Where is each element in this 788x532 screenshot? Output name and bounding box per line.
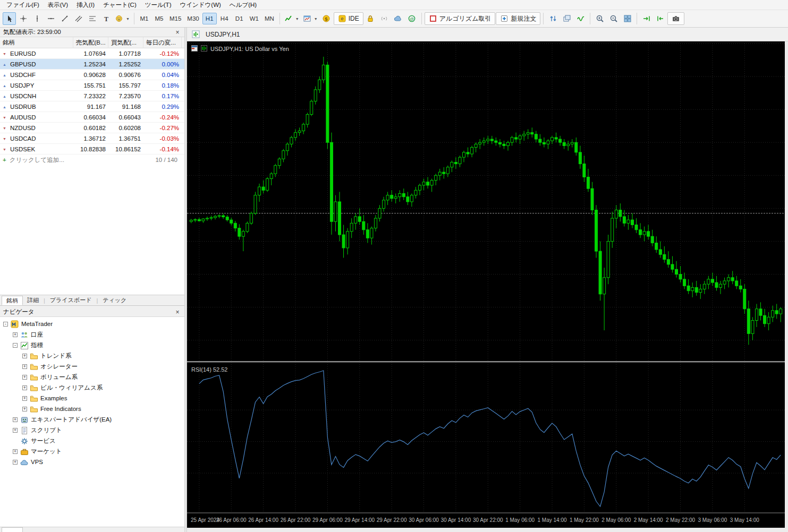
- menu-item[interactable]: 挿入(I): [72, 0, 99, 10]
- chart-windows-button[interactable]: ▼: [301, 12, 319, 25]
- price-chart[interactable]: 25 Apr 202426 Apr 06:0026 Apr 14:0026 Ap…: [187, 41, 785, 528]
- zoom-out-button[interactable]: [607, 12, 620, 25]
- navigator-tree-item[interactable]: +ビル・ウィリアムス系: [0, 382, 184, 393]
- expand-icon[interactable]: +: [22, 385, 27, 390]
- navigator-tree-item[interactable]: +口座: [0, 329, 184, 340]
- depth-of-market-button[interactable]: [546, 12, 560, 25]
- text-tool-button[interactable]: T: [99, 12, 113, 25]
- vertical-line-button[interactable]: [30, 12, 44, 25]
- menu-item[interactable]: 表示(V): [44, 0, 72, 10]
- navigator-tree-item[interactable]: +Examples: [0, 393, 184, 404]
- navigator-tree-item[interactable]: +スクリプト: [0, 425, 184, 435]
- market-watch-row[interactable]: ▼EURUSD1.076941.07718-0.12%: [0, 48, 184, 59]
- add-symbol-row[interactable]: + クリックして追加... 10 / 140: [0, 155, 184, 165]
- timeframe-w1[interactable]: W1: [247, 13, 261, 24]
- market-watch-tab[interactable]: 詳細: [23, 296, 43, 305]
- expand-icon[interactable]: +: [22, 396, 27, 401]
- column-header[interactable]: 毎日の変...: [143, 37, 182, 48]
- timeframe-m1[interactable]: M1: [137, 13, 151, 24]
- navigator-tree-item[interactable]: +Free Indicators: [0, 404, 184, 414]
- market-watch-tab[interactable]: ティック: [98, 296, 131, 305]
- signals-button[interactable]: [378, 12, 391, 25]
- chevron-down-icon[interactable]: ▼: [126, 17, 130, 21]
- timeframe-h4[interactable]: H4: [217, 13, 232, 24]
- market-watch-row[interactable]: ▼NZDUSD0.601820.60208-0.27%: [0, 123, 184, 133]
- market-watch-row[interactable]: ▲USDRUB91.16791.1680.29%: [0, 101, 184, 112]
- chart-shift-button[interactable]: [640, 12, 653, 25]
- equidistant-channel-button[interactable]: [72, 12, 85, 25]
- expand-icon[interactable]: +: [13, 460, 18, 465]
- navigator-tree-item[interactable]: +エキスパートアドバイザ(EA): [0, 414, 184, 425]
- collapse-icon[interactable]: -: [13, 343, 18, 348]
- crosshair-button[interactable]: [16, 12, 30, 25]
- strategy-tester-button[interactable]: [574, 12, 587, 25]
- navigator-tree-item[interactable]: +ボリューム系: [0, 372, 184, 382]
- expand-icon[interactable]: +: [13, 332, 18, 337]
- market-watch-toggle-button[interactable]: $: [320, 12, 333, 25]
- market-watch-row[interactable]: ▲USDCHF0.906280.906760.04%: [0, 70, 184, 80]
- collapse-icon[interactable]: -: [3, 322, 8, 327]
- close-icon[interactable]: ×: [174, 29, 181, 36]
- menu-item[interactable]: チャート(C): [99, 0, 141, 10]
- market-watch-row[interactable]: ▲GBPUSD1.252341.252520.00%: [0, 59, 184, 70]
- expand-icon[interactable]: +: [13, 428, 18, 433]
- timeframe-mn[interactable]: MN: [262, 13, 277, 24]
- close-icon[interactable]: ×: [174, 308, 181, 316]
- navigator-tree-item[interactable]: +オシレーター: [0, 361, 184, 372]
- auto-scroll-button[interactable]: [654, 12, 667, 25]
- tile-windows-button[interactable]: [621, 12, 634, 25]
- menu-item[interactable]: ヘルプ(H): [225, 0, 261, 10]
- metaeditor-button[interactable]: eIDE: [334, 12, 363, 25]
- cursor-icon: [5, 14, 14, 23]
- dock-bottom-tab[interactable]: [2, 527, 23, 532]
- market-watch-row[interactable]: ▼USDSEK10.8283810.86152-0.14%: [0, 144, 184, 155]
- timeframe-m15[interactable]: M15: [167, 13, 184, 24]
- menu-item[interactable]: ファイル(F): [2, 0, 44, 10]
- navigator-tree-item[interactable]: サービス: [0, 435, 184, 446]
- expand-icon[interactable]: +: [22, 364, 27, 369]
- market-watch-row[interactable]: ▼USDCAD1.367121.36751-0.03%: [0, 133, 184, 144]
- screenshot-button[interactable]: [667, 12, 684, 25]
- windows-cascade-button[interactable]: [560, 12, 573, 25]
- navigator-tree-item[interactable]: +トレンド系: [0, 350, 184, 361]
- navigator-tree-item[interactable]: -指標: [0, 340, 184, 350]
- chevron-down-icon[interactable]: ▼: [314, 17, 318, 21]
- shapes-button[interactable]: ▼: [113, 12, 131, 25]
- market-watch-tab[interactable]: 銘柄: [2, 296, 23, 305]
- cursor-button[interactable]: [3, 12, 16, 25]
- expand-icon[interactable]: +: [22, 375, 27, 380]
- column-header[interactable]: 買気配(...: [108, 37, 143, 48]
- fibonacci-button[interactable]: [86, 12, 99, 25]
- timeframe-d1[interactable]: D1: [232, 13, 247, 24]
- trendline-button[interactable]: [58, 12, 71, 25]
- market-watch-row[interactable]: ▼AUDUSD0.660340.66043-0.24%: [0, 112, 184, 123]
- expand-icon[interactable]: +: [13, 449, 18, 454]
- algo-trading-button[interactable]: アルゴリズム取引: [425, 12, 496, 25]
- market-watch-row[interactable]: ▲USDJPY155.751155.7970.18%: [0, 80, 184, 91]
- navigator-tree-item[interactable]: +マーケット: [0, 446, 184, 457]
- indicators-button[interactable]: ▼: [283, 12, 301, 25]
- navigator-tree-item[interactable]: -MetaTrader: [0, 319, 184, 329]
- chart-tab-label[interactable]: USDJPY,H1: [206, 31, 240, 38]
- horizontal-line-button[interactable]: [44, 12, 57, 25]
- expand-icon[interactable]: +: [22, 407, 27, 411]
- timeframe-m5[interactable]: M5: [152, 13, 166, 24]
- menu-item[interactable]: ツール(T): [141, 0, 176, 10]
- timeframe-m30[interactable]: M30: [184, 13, 201, 24]
- cloud-button[interactable]: [392, 12, 405, 25]
- new-order-button[interactable]: 新規注文: [496, 12, 540, 25]
- zoom-in-button[interactable]: [593, 12, 606, 25]
- column-header[interactable]: 銘柄: [0, 37, 73, 48]
- menu-item[interactable]: ウインドウ(W): [175, 0, 225, 10]
- timeframe-h1[interactable]: H1: [202, 13, 217, 24]
- navigator-tree-item[interactable]: +VPS: [0, 457, 184, 467]
- lock-button[interactable]: [364, 12, 377, 25]
- expand-icon[interactable]: +: [13, 417, 18, 422]
- svg-text:26 Apr 14:00: 26 Apr 14:00: [248, 517, 278, 523]
- community-button[interactable]: @: [405, 12, 419, 25]
- market-watch-row[interactable]: ▲USDCNH7.233227.235700.17%: [0, 91, 184, 101]
- chevron-down-icon[interactable]: ▼: [295, 17, 299, 21]
- column-header[interactable]: 売気配(B...: [73, 37, 108, 48]
- expand-icon[interactable]: +: [22, 354, 27, 358]
- market-watch-tab[interactable]: プライスボード: [46, 296, 96, 305]
